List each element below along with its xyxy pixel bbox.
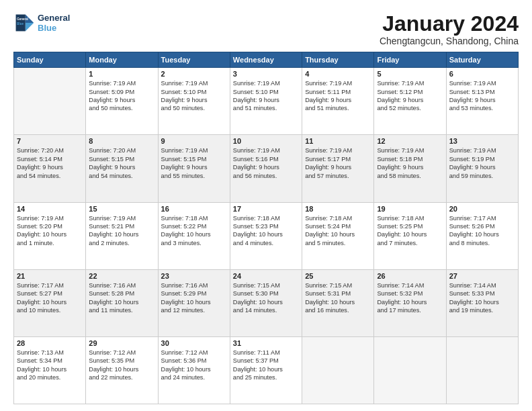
- day-info: Sunrise: 7:14 AM Sunset: 5:33 PM Dayligh…: [449, 281, 515, 315]
- day-info: Sunrise: 7:12 AM Sunset: 5:35 PM Dayligh…: [89, 349, 154, 382]
- day-number: 28: [17, 339, 83, 347]
- calendar-cell: 31Sunrise: 7:11 AM Sunset: 5:37 PM Dayli…: [230, 336, 302, 404]
- day-info: Sunrise: 7:19 AM Sunset: 5:09 PM Dayligh…: [89, 79, 154, 113]
- day-info: Sunrise: 7:19 AM Sunset: 5:21 PM Dayligh…: [89, 214, 154, 248]
- day-number: 13: [449, 137, 515, 145]
- day-info: Sunrise: 7:19 AM Sunset: 5:15 PM Dayligh…: [161, 146, 227, 180]
- day-info: Sunrise: 7:19 AM Sunset: 5:19 PM Dayligh…: [449, 146, 515, 180]
- calendar-cell: 18Sunrise: 7:18 AM Sunset: 5:24 PM Dayli…: [302, 202, 374, 269]
- day-info: Sunrise: 7:14 AM Sunset: 5:32 PM Dayligh…: [377, 281, 443, 315]
- calendar-cell: [302, 336, 374, 404]
- calendar-cell: 26Sunrise: 7:14 AM Sunset: 5:32 PM Dayli…: [374, 269, 446, 336]
- header: General Blue General Blue January 2024 C…: [13, 12, 519, 46]
- calendar-cell: 3Sunrise: 7:19 AM Sunset: 5:10 PM Daylig…: [230, 68, 302, 135]
- calendar-cell: 22Sunrise: 7:16 AM Sunset: 5:28 PM Dayli…: [86, 269, 158, 336]
- day-number: 29: [89, 339, 154, 347]
- day-info: Sunrise: 7:13 AM Sunset: 5:34 PM Dayligh…: [17, 349, 83, 382]
- day-number: 11: [305, 137, 371, 145]
- day-info: Sunrise: 7:15 AM Sunset: 5:30 PM Dayligh…: [233, 281, 299, 315]
- calendar-header-thursday: Thursday: [302, 52, 374, 68]
- calendar-cell: [446, 336, 518, 404]
- calendar-header-tuesday: Tuesday: [158, 52, 230, 68]
- calendar-cell: 16Sunrise: 7:18 AM Sunset: 5:22 PM Dayli…: [158, 202, 230, 269]
- calendar-cell: [14, 68, 86, 135]
- day-info: Sunrise: 7:19 AM Sunset: 5:12 PM Dayligh…: [377, 79, 443, 113]
- day-info: Sunrise: 7:18 AM Sunset: 5:24 PM Dayligh…: [305, 214, 371, 248]
- day-info: Sunrise: 7:19 AM Sunset: 5:10 PM Dayligh…: [233, 79, 299, 113]
- calendar-cell: 29Sunrise: 7:12 AM Sunset: 5:35 PM Dayli…: [86, 336, 158, 404]
- calendar-header-monday: Monday: [86, 52, 158, 68]
- calendar-cell: [374, 336, 446, 404]
- calendar-cell: 8Sunrise: 7:20 AM Sunset: 5:15 PM Daylig…: [86, 135, 158, 202]
- calendar-cell: 15Sunrise: 7:19 AM Sunset: 5:21 PM Dayli…: [86, 202, 158, 269]
- calendar-cell: 4Sunrise: 7:19 AM Sunset: 5:11 PM Daylig…: [302, 68, 374, 135]
- day-number: 20: [449, 205, 515, 213]
- day-info: Sunrise: 7:19 AM Sunset: 5:20 PM Dayligh…: [17, 214, 83, 248]
- calendar-header-friday: Friday: [374, 52, 446, 68]
- calendar-cell: 19Sunrise: 7:18 AM Sunset: 5:25 PM Dayli…: [374, 202, 446, 269]
- calendar-table: SundayMondayTuesdayWednesdayThursdayFrid…: [13, 52, 519, 404]
- day-info: Sunrise: 7:18 AM Sunset: 5:22 PM Dayligh…: [161, 214, 227, 248]
- calendar-week-row: 1Sunrise: 7:19 AM Sunset: 5:09 PM Daylig…: [14, 68, 519, 135]
- day-number: 25: [305, 272, 371, 280]
- day-info: Sunrise: 7:20 AM Sunset: 5:15 PM Dayligh…: [89, 146, 154, 180]
- day-number: 8: [89, 137, 154, 145]
- month-title: January 2024: [380, 12, 519, 36]
- day-info: Sunrise: 7:20 AM Sunset: 5:14 PM Dayligh…: [17, 146, 83, 180]
- day-info: Sunrise: 7:17 AM Sunset: 5:27 PM Dayligh…: [17, 281, 83, 315]
- logo: General Blue General Blue: [13, 12, 70, 34]
- calendar-cell: 30Sunrise: 7:12 AM Sunset: 5:36 PM Dayli…: [158, 336, 230, 404]
- day-number: 3: [233, 70, 299, 78]
- calendar-cell: 6Sunrise: 7:19 AM Sunset: 5:13 PM Daylig…: [446, 68, 518, 135]
- calendar-week-row: 28Sunrise: 7:13 AM Sunset: 5:34 PM Dayli…: [14, 336, 519, 404]
- calendar-week-row: 14Sunrise: 7:19 AM Sunset: 5:20 PM Dayli…: [14, 202, 519, 269]
- day-number: 14: [17, 205, 83, 213]
- logo-icon: General Blue: [13, 12, 35, 34]
- calendar-cell: 14Sunrise: 7:19 AM Sunset: 5:20 PM Dayli…: [14, 202, 86, 269]
- day-number: 7: [17, 137, 83, 145]
- calendar-cell: 17Sunrise: 7:18 AM Sunset: 5:23 PM Dayli…: [230, 202, 302, 269]
- day-number: 4: [305, 70, 371, 78]
- svg-text:Blue: Blue: [17, 22, 24, 26]
- calendar-cell: 10Sunrise: 7:19 AM Sunset: 5:16 PM Dayli…: [230, 135, 302, 202]
- calendar-cell: 28Sunrise: 7:13 AM Sunset: 5:34 PM Dayli…: [14, 336, 86, 404]
- day-number: 23: [161, 272, 227, 280]
- day-number: 15: [89, 205, 154, 213]
- calendar-cell: 11Sunrise: 7:19 AM Sunset: 5:17 PM Dayli…: [302, 135, 374, 202]
- calendar-cell: 1Sunrise: 7:19 AM Sunset: 5:09 PM Daylig…: [86, 68, 158, 135]
- calendar-cell: 13Sunrise: 7:19 AM Sunset: 5:19 PM Dayli…: [446, 135, 518, 202]
- day-number: 19: [377, 205, 443, 213]
- day-info: Sunrise: 7:19 AM Sunset: 5:17 PM Dayligh…: [305, 146, 371, 180]
- calendar-cell: 27Sunrise: 7:14 AM Sunset: 5:33 PM Dayli…: [446, 269, 518, 336]
- calendar-header-row: SundayMondayTuesdayWednesdayThursdayFrid…: [14, 52, 519, 68]
- calendar-week-row: 7Sunrise: 7:20 AM Sunset: 5:14 PM Daylig…: [14, 135, 519, 202]
- day-number: 30: [161, 339, 227, 347]
- calendar-cell: 21Sunrise: 7:17 AM Sunset: 5:27 PM Dayli…: [14, 269, 86, 336]
- day-number: 24: [233, 272, 299, 280]
- day-info: Sunrise: 7:19 AM Sunset: 5:11 PM Dayligh…: [305, 79, 371, 113]
- day-info: Sunrise: 7:11 AM Sunset: 5:37 PM Dayligh…: [233, 349, 299, 382]
- calendar-header-wednesday: Wednesday: [230, 52, 302, 68]
- day-number: 5: [377, 70, 443, 78]
- day-info: Sunrise: 7:18 AM Sunset: 5:23 PM Dayligh…: [233, 214, 299, 248]
- day-info: Sunrise: 7:19 AM Sunset: 5:10 PM Dayligh…: [161, 79, 227, 113]
- calendar-week-row: 21Sunrise: 7:17 AM Sunset: 5:27 PM Dayli…: [14, 269, 519, 336]
- calendar-cell: 23Sunrise: 7:16 AM Sunset: 5:29 PM Dayli…: [158, 269, 230, 336]
- calendar-cell: 12Sunrise: 7:19 AM Sunset: 5:18 PM Dayli…: [374, 135, 446, 202]
- day-info: Sunrise: 7:17 AM Sunset: 5:26 PM Dayligh…: [449, 214, 515, 248]
- day-number: 16: [161, 205, 227, 213]
- calendar-cell: 25Sunrise: 7:15 AM Sunset: 5:31 PM Dayli…: [302, 269, 374, 336]
- day-number: 17: [233, 205, 299, 213]
- day-number: 26: [377, 272, 443, 280]
- day-info: Sunrise: 7:12 AM Sunset: 5:36 PM Dayligh…: [161, 349, 227, 382]
- day-number: 27: [449, 272, 515, 280]
- calendar-cell: 9Sunrise: 7:19 AM Sunset: 5:15 PM Daylig…: [158, 135, 230, 202]
- day-number: 31: [233, 339, 299, 347]
- calendar-cell: 2Sunrise: 7:19 AM Sunset: 5:10 PM Daylig…: [158, 68, 230, 135]
- day-number: 22: [89, 272, 154, 280]
- day-number: 10: [233, 137, 299, 145]
- day-info: Sunrise: 7:19 AM Sunset: 5:18 PM Dayligh…: [377, 146, 443, 180]
- day-number: 18: [305, 205, 371, 213]
- svg-marker-1: [26, 23, 34, 31]
- calendar-header-sunday: Sunday: [14, 52, 86, 68]
